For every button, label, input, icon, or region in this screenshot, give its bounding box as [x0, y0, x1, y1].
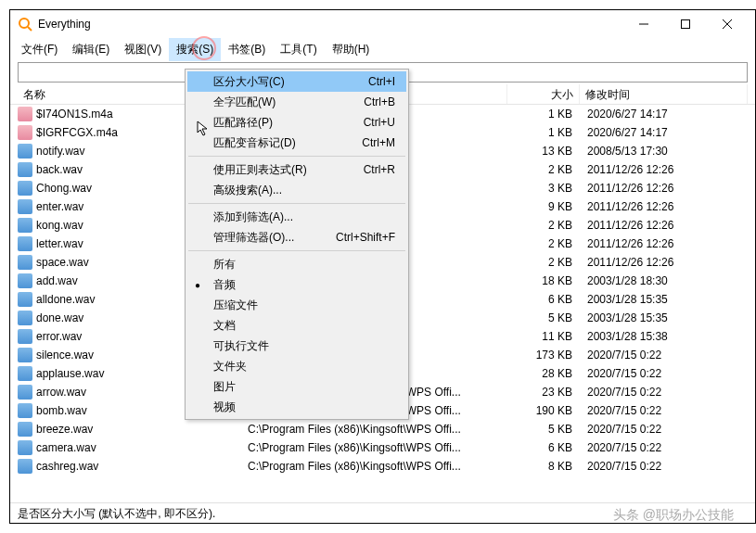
- menu-item-label: 音频: [213, 277, 236, 293]
- app-icon: [18, 17, 32, 32]
- minimize-button[interactable]: [622, 11, 664, 37]
- file-date: 2003/1/28 15:35: [580, 311, 748, 324]
- svg-line-1: [28, 27, 32, 31]
- file-date: 2011/12/26 12:26: [580, 219, 748, 232]
- file-size: 11 KB: [507, 330, 580, 343]
- close-button[interactable]: [706, 11, 748, 37]
- menu-item-label: 全字匹配(W): [213, 95, 275, 110]
- menu-item-label: 文件夹: [213, 359, 247, 374]
- file-row[interactable]: breeze.wavC:\Program Files (x86)\Kingsof…: [18, 420, 748, 438]
- file-size: 2 KB: [507, 163, 580, 176]
- menu-dropdown-item[interactable]: 全字匹配(W)Ctrl+B: [187, 92, 406, 112]
- menu-dropdown-item[interactable]: 添加到筛选(A)...: [187, 207, 406, 227]
- file-date: 2011/12/26 12:26: [580, 200, 748, 213]
- file-size: 18 KB: [507, 274, 580, 287]
- menu-item-label: 区分大小写(C): [213, 74, 285, 90]
- m4a-file-icon: [18, 107, 32, 121]
- file-size: 2 KB: [507, 256, 580, 269]
- menu-dropdown-item[interactable]: 可执行文件: [187, 336, 406, 356]
- menu-dropdown-item[interactable]: 压缩文件: [187, 295, 406, 315]
- menubar: 文件(F)编辑(E)视图(V)搜索(S)书签(B)工具(T)帮助(H): [10, 38, 755, 60]
- m4a-file-icon: [18, 125, 32, 140]
- menu-dropdown-item[interactable]: 高级搜索(A)...: [187, 180, 406, 200]
- wav-file-icon: [18, 311, 32, 325]
- menu-item-label: 高级搜索(A)...: [213, 183, 282, 198]
- file-size: 6 KB: [507, 441, 580, 454]
- menu-dropdown-item[interactable]: 区分大小写(C)Ctrl+I: [187, 71, 406, 92]
- menu-item[interactable]: 文件(F): [14, 38, 65, 61]
- file-name: applause.wav: [36, 367, 104, 380]
- file-name: add.wav: [36, 274, 78, 287]
- menu-item[interactable]: 书签(B): [221, 38, 273, 61]
- menu-dropdown-item[interactable]: 文件夹: [187, 356, 406, 376]
- menu-item[interactable]: 视图(V): [117, 38, 169, 61]
- titlebar: Everything: [10, 10, 755, 38]
- file-date: 2020/7/15 0:22: [580, 441, 748, 454]
- wav-file-icon: [18, 199, 32, 214]
- header-size[interactable]: 大小: [507, 84, 580, 104]
- wav-file-icon: [18, 181, 32, 196]
- file-date: 2003/1/28 18:30: [580, 274, 748, 287]
- menu-item[interactable]: 编辑(E): [65, 38, 117, 61]
- menu-item-label: 视频: [213, 400, 236, 415]
- menu-item-label: 添加到筛选(A)...: [213, 209, 293, 225]
- wav-file-icon: [18, 329, 32, 344]
- menu-item[interactable]: 搜索(S): [169, 38, 221, 61]
- file-date: 2020/6/27 14:17: [580, 108, 748, 121]
- menu-dropdown-item[interactable]: 图片: [187, 376, 406, 397]
- file-date: 2003/1/28 15:38: [580, 330, 748, 343]
- file-size: 23 KB: [507, 386, 580, 399]
- file-name: done.wav: [36, 311, 83, 324]
- wav-file-icon: [18, 366, 32, 381]
- file-size: 5 KB: [507, 423, 580, 436]
- file-date: 2020/7/15 0:22: [580, 460, 748, 473]
- file-size: 28 KB: [507, 367, 580, 380]
- maximize-button[interactable]: [664, 11, 706, 37]
- file-name: enter.wav: [36, 200, 83, 213]
- file-row[interactable]: camera.wavC:\Program Files (x86)\Kingsof…: [18, 438, 748, 457]
- wav-file-icon: [18, 348, 32, 362]
- file-row[interactable]: cashreg.wavC:\Program Files (x86)\Kingso…: [18, 457, 748, 476]
- window-controls: [622, 11, 748, 37]
- menu-separator: [188, 250, 405, 251]
- search-menu-dropdown: 区分大小写(C)Ctrl+I全字匹配(W)Ctrl+B匹配路径(P)Ctrl+U…: [185, 69, 409, 420]
- file-date: 2020/7/15 0:22: [580, 404, 748, 417]
- menu-item[interactable]: 工具(T): [273, 38, 324, 61]
- menu-item-label: 使用正则表达式(R): [213, 162, 307, 178]
- menu-dropdown-item[interactable]: 所有: [187, 254, 406, 274]
- menu-dropdown-item[interactable]: 使用正则表达式(R)Ctrl+R: [187, 159, 406, 180]
- file-date: 2020/7/15 0:22: [580, 349, 748, 362]
- menu-item-shortcut: Ctrl+M: [362, 136, 395, 149]
- file-date: 2003/1/28 15:35: [580, 293, 748, 306]
- file-size: 1 KB: [507, 126, 580, 139]
- wav-file-icon: [18, 422, 32, 437]
- file-name: cashreg.wav: [36, 460, 98, 473]
- menu-dropdown-item[interactable]: 视频: [187, 397, 406, 417]
- wav-file-icon: [18, 403, 32, 418]
- file-size: 173 KB: [507, 349, 580, 362]
- header-date[interactable]: 修改时间: [580, 84, 748, 104]
- file-name: camera.wav: [36, 441, 96, 454]
- file-size: 9 KB: [507, 200, 580, 213]
- file-date: 2008/5/13 17:30: [580, 145, 748, 158]
- wav-file-icon: [18, 144, 32, 159]
- menu-item[interactable]: 帮助(H): [325, 38, 378, 61]
- menu-dropdown-item[interactable]: 管理筛选器(O)...Ctrl+Shift+F: [187, 227, 406, 247]
- wav-file-icon: [18, 218, 32, 233]
- menu-item-label: 压缩文件: [213, 298, 258, 313]
- file-date: 2011/12/26 12:26: [580, 182, 748, 195]
- menu-dropdown-item[interactable]: 文档: [187, 315, 406, 336]
- file-date: 2020/7/15 0:22: [580, 386, 748, 399]
- menu-item-shortcut: Ctrl+I: [368, 75, 395, 88]
- menu-dropdown-item[interactable]: 匹配变音标记(D)Ctrl+M: [187, 133, 406, 153]
- file-size: 2 KB: [507, 237, 580, 250]
- file-date: 2011/12/26 12:26: [580, 163, 748, 176]
- menu-item-label: 文档: [213, 318, 236, 334]
- svg-rect-3: [681, 20, 689, 29]
- menu-item-shortcut: Ctrl+R: [364, 163, 395, 176]
- wav-file-icon: [18, 385, 32, 400]
- menu-dropdown-item[interactable]: ●音频: [187, 274, 406, 295]
- file-name: $IGRFCGX.m4a: [36, 126, 118, 139]
- file-date: 2011/12/26 12:26: [580, 256, 748, 269]
- menu-dropdown-item[interactable]: 匹配路径(P)Ctrl+U: [187, 112, 406, 133]
